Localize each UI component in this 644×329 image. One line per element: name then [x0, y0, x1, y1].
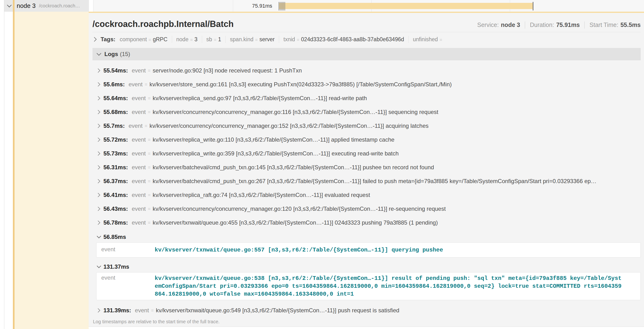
- log-row[interactable]: 56.31ms: event = kv/kvserver/batcheval/c…: [92, 160, 641, 174]
- service-value: node 3: [501, 22, 520, 28]
- log-field-value: kv/kvserver/txnwait/queue.go:549 [n3,s3,…: [156, 307, 399, 314]
- tag-key: txnid: [284, 36, 295, 43]
- log-timestamp: 55.6ms:: [104, 81, 125, 88]
- chevron-right-icon[interactable]: [96, 151, 102, 156]
- equals-sign: =: [148, 110, 150, 115]
- chevron-right-icon[interactable]: [96, 206, 102, 212]
- log-field-value: kv/kvserver/txnwait/queue.go:455 [n3,s3,…: [153, 219, 438, 226]
- chevron-right-icon[interactable]: [96, 220, 102, 225]
- chevron-right-icon[interactable]: [96, 68, 102, 73]
- log-timestamp: 55.64ms:: [104, 95, 128, 102]
- equals-sign: =: [148, 206, 150, 212]
- span-service-name[interactable]: node 3: [17, 2, 36, 10]
- log-row-expanded-header[interactable]: 56.85ms: [92, 232, 641, 242]
- chevron-down-icon[interactable]: [96, 235, 102, 239]
- log-field-key: event: [128, 81, 142, 88]
- tag-value: gRPC: [153, 36, 167, 43]
- log-row-expanded-header[interactable]: 131.37ms: [92, 261, 641, 272]
- span-timeline-cell: 75.91ms: [93, 0, 644, 12]
- tag-value: 3: [194, 36, 198, 43]
- tags-section-header[interactable]: Tags: component = gRPC node = 3 sb = 1 s…: [92, 32, 641, 46]
- tag-item: span.kind = server: [226, 36, 279, 43]
- log-row[interactable]: 131.39ms: event = kv/kvserver/txnwait/qu…: [92, 304, 641, 317]
- log-row[interactable]: 55.64ms: event = kv/kvserver/replica_sen…: [92, 91, 641, 105]
- chevron-down-icon[interactable]: [6, 4, 12, 8]
- logs-count: (15): [120, 51, 130, 58]
- log-row[interactable]: 55.72ms: event = kv/kvserver/replica_wri…: [92, 133, 641, 146]
- log-field-key: event: [96, 274, 155, 298]
- log-field-value: kv/kvserver/store_send.go:161 [n3,s3] ex…: [150, 81, 452, 88]
- chevron-right-icon[interactable]: [96, 96, 102, 101]
- log-field-value: kv/kvserver/batcheval/cmd_push_txn.go:14…: [153, 164, 434, 171]
- log-row[interactable]: 55.68ms: event = kv/kvserver/concurrency…: [92, 105, 641, 119]
- span-name-cell[interactable]: node 3 /cockroach.roach…: [4, 0, 89, 12]
- log-field-value: kv/kvserver/replica_send.go:97 [n3,s3,r6…: [153, 95, 367, 102]
- span-duration-label: 75.91ms: [252, 3, 272, 9]
- tag-value: server: [259, 36, 274, 43]
- tag-item: node = 3: [172, 36, 202, 43]
- chevron-right-icon[interactable]: [96, 192, 102, 198]
- log-field-value: server/node.go:902 [n3] node received re…: [153, 67, 302, 74]
- equals-sign: =: [255, 37, 258, 42]
- tag-item: txnid = 024d3323-6c8f-4863-aa8b-37ab0e63…: [279, 36, 408, 43]
- span-duration-bar[interactable]: [279, 3, 533, 9]
- log-field-key: event: [132, 192, 146, 198]
- log-row[interactable]: 56.78ms: event = kv/kvserver/txnwait/que…: [92, 216, 641, 230]
- span-bar-row: node 3 /cockroach.roach… 75.91ms: [4, 0, 644, 12]
- log-timestamp: 55.7ms:: [104, 122, 125, 129]
- chevron-right-icon[interactable]: [96, 82, 102, 87]
- span-operation-name[interactable]: /cockroach.roach…: [39, 3, 80, 8]
- chevron-right-icon[interactable]: [96, 308, 102, 313]
- logs-title[interactable]: Logs: [104, 51, 118, 58]
- log-field-key: event: [132, 109, 146, 116]
- chevron-down-icon[interactable]: [96, 265, 102, 268]
- chevron-right-icon[interactable]: [96, 110, 102, 115]
- logs-section-header[interactable]: Logs (15): [92, 48, 641, 60]
- chevron-right-icon[interactable]: [96, 178, 102, 184]
- span-detail-panel: /cockroach.roachpb.Internal/Batch Servic…: [89, 13, 644, 329]
- log-row[interactable]: 55.73ms: event = kv/kvserver/replica_wri…: [92, 146, 641, 160]
- chevron-right-icon[interactable]: [96, 165, 102, 170]
- equals-sign: =: [190, 37, 193, 42]
- tag-key: sb: [206, 36, 212, 43]
- log-field-key: event: [132, 136, 146, 143]
- log-field-key: event: [132, 178, 146, 184]
- timeline-gridline: [233, 0, 233, 12]
- log-tick: [284, 2, 285, 10]
- logs-footer-note: Log timestamps are relative to the start…: [93, 318, 641, 325]
- log-row[interactable]: 55.6ms: event = kv/kvserver/store_send.g…: [92, 78, 641, 91]
- log-row[interactable]: 56.37ms: event = kv/kvserver/batcheval/c…: [92, 174, 641, 188]
- chevron-right-icon[interactable]: [92, 36, 98, 42]
- meta-divider: [525, 22, 525, 28]
- log-row[interactable]: 56.41ms: event = kv/kvserver/replica_raf…: [92, 188, 641, 202]
- chevron-right-icon[interactable]: [96, 123, 102, 128]
- trace-view: node 3 /cockroach.roach… 75.91ms /cockro…: [0, 0, 644, 329]
- log-field-value: kv/kvserver/concurrency/concurrency_mana…: [150, 122, 428, 129]
- span-meta: Service: node 3 Duration: 75.91ms Start …: [477, 22, 641, 28]
- log-tick: [280, 2, 280, 10]
- chevron-right-icon[interactable]: [96, 137, 102, 142]
- log-field-key: event: [132, 164, 146, 171]
- span-detail-indent-fill: [14, 12, 89, 329]
- log-timestamp: 55.72ms:: [104, 136, 128, 143]
- log-field-value: kv/kvserver/replica_raft.go:74 [n3,s3,r6…: [153, 192, 370, 198]
- equals-sign: =: [214, 37, 216, 42]
- log-field-key: event: [132, 219, 146, 226]
- tags-label[interactable]: Tags:: [100, 36, 115, 43]
- log-field-value: kv/kvserver/concurrency/concurrency_mana…: [153, 109, 438, 116]
- log-row[interactable]: 56.43ms: event = kv/kvserver/concurrency…: [92, 202, 641, 216]
- log-field-key: event: [96, 246, 155, 254]
- log-row[interactable]: 55.7ms: event = kv/kvserver/concurrency/…: [92, 119, 641, 133]
- equals-sign: =: [148, 68, 150, 73]
- log-timestamp: 131.39ms:: [104, 307, 131, 314]
- equals-sign: =: [148, 96, 150, 101]
- log-row[interactable]: 55.54ms: event = server/node.go:902 [n3]…: [92, 64, 641, 78]
- log-field-value: kv/kvserver/txnwait/queue.go:557 [n3,s3,…: [155, 246, 623, 254]
- equals-sign: =: [148, 178, 150, 184]
- log-tick: [533, 2, 534, 10]
- tag-value: 024d3323-6c8f-4863-aa8b-37ab0e63496d: [301, 36, 404, 43]
- span-detail-header: /cockroach.roachpb.Internal/Batch Servic…: [92, 19, 641, 29]
- log-timestamp: 55.68ms:: [104, 109, 128, 116]
- chevron-down-icon[interactable]: [96, 52, 102, 56]
- logs-list: 55.54ms: event = server/node.go:902 [n3]…: [92, 64, 641, 325]
